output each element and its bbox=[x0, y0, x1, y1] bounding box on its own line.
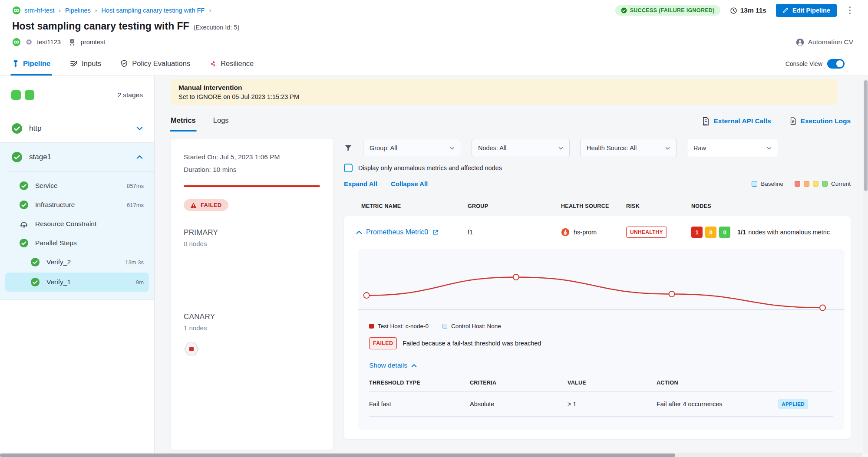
step-row-parallel-steps[interactable]: Parallel Steps bbox=[0, 233, 154, 253]
metric-analysis-panel: Test Host: c-node-0 Control Host: None F… bbox=[358, 249, 845, 430]
execution-logs-link[interactable]: Execution Logs bbox=[789, 117, 851, 126]
health-source-filter-value: Health Source: All bbox=[587, 145, 637, 151]
value-value: > 1 bbox=[568, 401, 657, 408]
col-metric-name: METRIC NAME bbox=[361, 203, 468, 209]
tab-resilience-label: Resilience bbox=[221, 59, 254, 68]
tab-inputs[interactable]: Inputs bbox=[69, 52, 101, 76]
external-link-icon[interactable] bbox=[432, 229, 439, 236]
metric-card: Prometheus Metric0 f1 hs-prom bbox=[344, 216, 851, 439]
criteria-value: Absolute bbox=[470, 401, 568, 408]
step-duration: 617ms bbox=[127, 202, 144, 208]
manual-intervention-banner: Manual Intervention Set to IGNORE on 05-… bbox=[171, 79, 838, 105]
step-duration: 857ms bbox=[127, 183, 144, 189]
stages-sidebar: 2 stages http stage1 bbox=[0, 76, 155, 457]
step-duration: 9m bbox=[136, 279, 144, 286]
stage-row-http[interactable]: http bbox=[0, 114, 154, 143]
filter-funnel-icon[interactable] bbox=[344, 144, 353, 152]
col-value: VALUE bbox=[568, 380, 657, 386]
expand-all-link[interactable]: Expand All bbox=[344, 180, 377, 187]
stage-status-square bbox=[25, 90, 34, 100]
resilience-chaos-icon bbox=[209, 60, 217, 68]
breadcrumb-pipelines-link[interactable]: Pipelines bbox=[65, 7, 91, 14]
execution-duration: 13m 11s bbox=[730, 7, 766, 14]
group-filter-dropdown[interactable]: Group: All bbox=[363, 139, 461, 157]
collapse-chevron-up-icon[interactable] bbox=[356, 230, 362, 234]
banner-subtitle: Set to IGNORE on 05-Jul-2023 1:15:23 PM bbox=[178, 93, 830, 100]
current-green-swatch bbox=[822, 181, 828, 187]
data-mode-dropdown[interactable]: Raw bbox=[687, 139, 778, 157]
metrics-section: Group: All Nodes: All Health Source: All bbox=[344, 139, 851, 450]
show-details-label: Show details bbox=[369, 362, 407, 369]
step-row-resource-constraint[interactable]: Resource Constraint bbox=[0, 214, 154, 233]
health-source-filter-dropdown[interactable]: Health Source: All bbox=[580, 139, 677, 157]
environment-icon bbox=[68, 38, 76, 46]
success-check-icon bbox=[30, 257, 40, 267]
shield-check-icon bbox=[120, 59, 128, 68]
progress-bar-failed bbox=[184, 185, 320, 187]
console-view-toggle[interactable] bbox=[827, 59, 845, 69]
execution-main-panel: Manual Intervention Set to IGNORE on 05-… bbox=[155, 76, 868, 457]
step-duration: 13m 3s bbox=[125, 259, 144, 266]
step-row-infrastructure[interactable]: Infrastructure 617ms bbox=[0, 195, 154, 214]
metric-line-chart[interactable] bbox=[358, 254, 845, 319]
success-check-icon bbox=[11, 151, 23, 163]
execution-id: (Execution Id: 5) bbox=[194, 24, 240, 31]
data-mode-value: Raw bbox=[693, 145, 706, 151]
page-title: Host sampling canary testing with FF bbox=[12, 20, 189, 32]
tab-pipeline[interactable]: Pipeline bbox=[12, 52, 50, 76]
baseline-swatch bbox=[752, 181, 757, 187]
external-api-calls-link[interactable]: API External API Calls bbox=[702, 117, 771, 126]
tab-metrics[interactable]: Metrics bbox=[171, 116, 196, 126]
chevron-down-icon bbox=[767, 147, 772, 150]
stage-row-stage1[interactable]: stage1 bbox=[0, 143, 154, 171]
more-options-button[interactable] bbox=[846, 5, 853, 16]
stage1-expanded-section: stage1 Service 857ms Infrastructure 617m… bbox=[0, 143, 154, 300]
step-row-service[interactable]: Service 857ms bbox=[0, 176, 154, 195]
tab-policy-evaluations[interactable]: Policy Evaluations bbox=[120, 52, 190, 76]
show-details-link[interactable]: Show details bbox=[369, 362, 417, 369]
step-row-verify-1-selected[interactable]: Verify_1 9m bbox=[5, 273, 149, 292]
primary-group-nodes: 0 nodes bbox=[184, 240, 320, 247]
environment-name: promtest bbox=[81, 39, 105, 46]
col-health-source: HEALTH SOURCE bbox=[561, 203, 626, 209]
success-check-icon bbox=[11, 123, 23, 134]
execution-status-badge: SUCCESS (FAILURE IGNORED) bbox=[615, 5, 720, 16]
user-avatar-icon bbox=[796, 38, 804, 46]
nodes-filter-dropdown[interactable]: Nodes: All bbox=[472, 139, 570, 157]
chevron-down-icon bbox=[558, 147, 563, 150]
vertical-scrollbar bbox=[863, 79, 868, 453]
baseline-current-legend: Baseline Current bbox=[752, 181, 851, 187]
threshold-table: THRESHOLD TYPE CRITERIA VALUE ACTION Fai… bbox=[369, 380, 833, 417]
svg-text:API: API bbox=[703, 123, 707, 126]
breadcrumb-separator: › bbox=[209, 7, 211, 14]
anomalous-only-checkbox-row[interactable]: Display only anomalous metrics and affec… bbox=[344, 164, 851, 172]
success-check-icon bbox=[19, 200, 29, 210]
step-row-verify-2[interactable]: Verify_2 13m 3s bbox=[0, 253, 154, 272]
chevron-up-icon bbox=[411, 364, 417, 368]
canary-node-hexagon[interactable] bbox=[184, 342, 320, 356]
vertical-scrollbar-thumb[interactable] bbox=[864, 80, 868, 191]
breadcrumb-separator: › bbox=[95, 7, 97, 14]
step-label: Verify_1 bbox=[46, 278, 71, 286]
anomalous-nodes-text: 1/1nodes with anomalous metric bbox=[737, 229, 830, 236]
tab-resilience[interactable]: Resilience bbox=[209, 52, 254, 76]
status-badge-label: SUCCESS (FAILURE IGNORED) bbox=[630, 7, 715, 13]
checkbox-unchecked[interactable] bbox=[344, 164, 353, 172]
metric-name-link[interactable]: Prometheus Metric0 bbox=[366, 228, 428, 236]
harness-service-icon bbox=[12, 38, 21, 46]
console-view-label: Console View bbox=[785, 60, 822, 67]
step-label: Verify_2 bbox=[46, 258, 71, 266]
col-group: GROUP bbox=[468, 203, 561, 209]
edit-pipeline-button[interactable]: Edit Pipeline bbox=[776, 4, 837, 17]
tab-logs[interactable]: Logs bbox=[213, 116, 229, 126]
breadcrumb-pipeline-link[interactable]: Host sampling canary testing with FF bbox=[101, 7, 205, 14]
analysis-failed-badge: FAILED bbox=[369, 337, 397, 349]
breadcrumb-project-link[interactable]: srm-hf-test bbox=[24, 7, 54, 14]
duration-text: Duration: 10 mins bbox=[184, 164, 320, 176]
main-tabbar: Pipeline Inputs Policy Evaluations Resil… bbox=[0, 52, 868, 76]
inputs-icon bbox=[69, 59, 78, 68]
horizontal-scrollbar-thumb[interactable] bbox=[0, 454, 675, 457]
horizontal-scrollbar bbox=[0, 453, 862, 457]
current-label: Current bbox=[831, 181, 851, 187]
collapse-all-link[interactable]: Collapse All bbox=[391, 180, 428, 187]
